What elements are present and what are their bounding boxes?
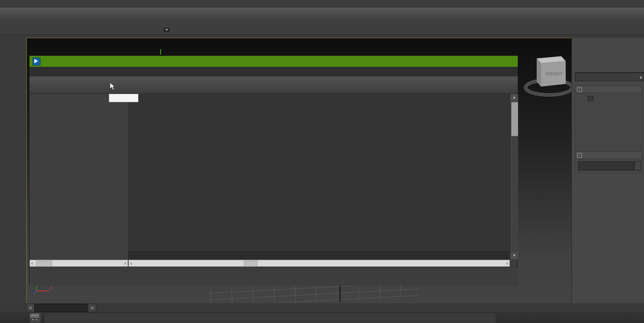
ribbon-tab-bar: ▼ xyxy=(0,25,644,35)
minimize-icon[interactable] xyxy=(458,56,476,67)
chevron-down-icon: ∨ xyxy=(639,73,642,81)
grid-scroll-thumb[interactable] xyxy=(244,261,257,267)
scroll-left-icon[interactable]: ‹ xyxy=(130,260,132,266)
collapse-icon[interactable]: - xyxy=(577,87,582,92)
collapse-icon[interactable]: - xyxy=(577,153,582,158)
vertical-scrollbar[interactable]: ▲ ▼ xyxy=(510,94,518,259)
3dsmax-application: ▼ FRONT x y xyxy=(0,0,644,323)
trackbar-ruler[interactable] xyxy=(44,312,496,323)
menu-bar xyxy=(0,0,644,7)
track-bar[interactable] xyxy=(0,312,644,323)
object-type-rollout: - xyxy=(575,85,642,150)
trackview-dope-sheet-window: ▲ ▼ ‹ › ‹ › xyxy=(29,55,517,285)
vertical-scroll-thumb[interactable] xyxy=(511,102,518,136)
scroll-left-icon[interactable]: ‹ xyxy=(31,260,33,266)
scroll-right-icon[interactable]: › xyxy=(124,260,126,266)
object-name-field[interactable] xyxy=(578,161,634,171)
viewcube[interactable]: FRONT xyxy=(522,49,572,102)
trackview-toolbar xyxy=(29,76,518,94)
close-icon[interactable] xyxy=(499,56,517,67)
trackview-menu-bar xyxy=(29,67,518,77)
scroll-right-icon[interactable]: › xyxy=(506,260,508,266)
maximize-icon[interactable] xyxy=(479,56,497,67)
svg-text:FRONT: FRONT xyxy=(546,71,563,76)
dope-sheet-key-grid[interactable] xyxy=(128,94,510,251)
primitive-category-dropdown[interactable]: ∨ xyxy=(575,72,644,81)
autogrid-checkbox[interactable] xyxy=(588,96,593,102)
scroll-up-icon[interactable]: ▲ xyxy=(510,94,518,101)
object-type-header[interactable]: - xyxy=(575,86,642,93)
timeline-indicator-tick xyxy=(160,49,161,54)
tree-horizontal-scrollbar[interactable]: ‹ › xyxy=(29,260,128,267)
name-color-header[interactable]: - xyxy=(575,152,642,159)
ribbon-minimize-icon[interactable]: ▼ xyxy=(163,27,171,33)
scroll-down-icon[interactable]: ▼ xyxy=(510,252,518,259)
command-panel: ∨ - - xyxy=(571,38,644,323)
grid-horizontal-scrollbar[interactable]: ‹ › xyxy=(128,260,510,267)
name-color-rollout: - xyxy=(575,151,642,173)
svg-text:x: x xyxy=(50,285,52,290)
time-spinner-row: < > xyxy=(0,303,644,312)
dope-sheet-time-ruler[interactable] xyxy=(128,251,510,260)
tree-scroll-thumb[interactable] xyxy=(36,261,52,267)
main-toolbar xyxy=(0,7,644,25)
trackview-status-toolbar xyxy=(29,267,518,286)
object-color-swatch[interactable] xyxy=(634,161,641,171)
trackview-app-icon xyxy=(33,58,40,65)
mini-curve-editor-icon[interactable] xyxy=(30,313,40,323)
frame-back-icon[interactable]: < xyxy=(26,304,35,312)
trackview-hierarchy-tree[interactable] xyxy=(29,94,128,260)
add-keys-tooltip xyxy=(109,94,139,102)
frame-forward-icon[interactable]: > xyxy=(88,304,96,312)
mouse-cursor xyxy=(110,82,116,91)
trackview-title-bar[interactable] xyxy=(29,56,518,67)
current-frame-field[interactable] xyxy=(34,304,88,312)
